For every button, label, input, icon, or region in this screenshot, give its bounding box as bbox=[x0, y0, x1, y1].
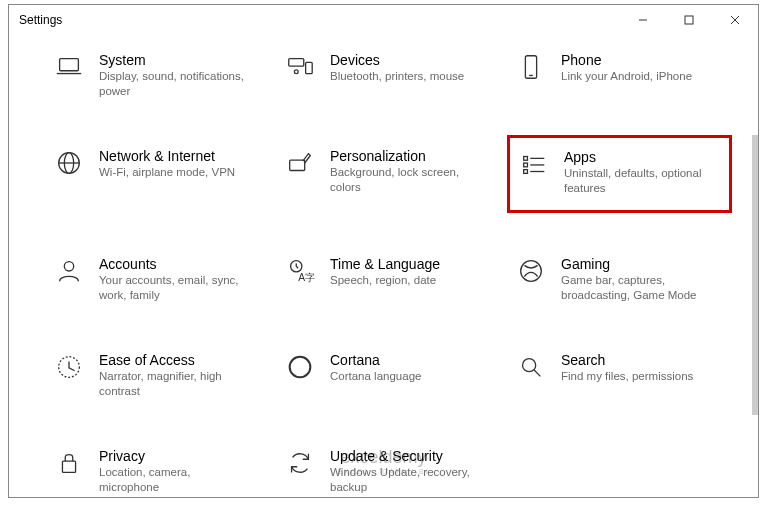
tile-search[interactable]: Search Find my files, permissions bbox=[507, 345, 722, 405]
list-icon bbox=[518, 148, 550, 180]
tile-privacy[interactable]: Privacy Location, camera, microphone bbox=[45, 441, 260, 497]
tile-ease[interactable]: Ease of Access Narrator, magnifier, high… bbox=[45, 345, 260, 405]
person-icon bbox=[53, 255, 85, 287]
tile-desc: Speech, region, date bbox=[330, 273, 440, 288]
tile-title: Accounts bbox=[99, 255, 252, 273]
svg-rect-1 bbox=[685, 16, 693, 24]
xbox-icon bbox=[515, 255, 547, 287]
maximize-button[interactable] bbox=[666, 5, 712, 35]
titlebar: Settings bbox=[9, 5, 758, 35]
svg-point-21 bbox=[64, 262, 73, 271]
svg-point-24 bbox=[521, 261, 542, 282]
laptop-icon bbox=[53, 51, 85, 83]
svg-rect-4 bbox=[60, 59, 79, 71]
tile-cortana[interactable]: Cortana Cortana language bbox=[276, 345, 491, 405]
tile-title: Network & Internet bbox=[99, 147, 235, 165]
svg-rect-14 bbox=[290, 160, 305, 170]
tile-phone[interactable]: Phone Link your Android, iPhone bbox=[507, 45, 722, 105]
tile-system[interactable]: System Display, sound, notifications, po… bbox=[45, 45, 260, 105]
tile-title: Ease of Access bbox=[99, 351, 252, 369]
tile-network[interactable]: Network & Internet Wi-Fi, airplane mode,… bbox=[45, 141, 260, 213]
window-controls bbox=[620, 5, 758, 35]
tile-title: Time & Language bbox=[330, 255, 440, 273]
tile-apps[interactable]: Apps Uninstall, defaults, optional featu… bbox=[507, 135, 732, 213]
tile-title: Privacy bbox=[99, 447, 252, 465]
svg-line-28 bbox=[534, 370, 541, 377]
tile-desc: Location, camera, microphone bbox=[99, 465, 252, 495]
tile-title: Phone bbox=[561, 51, 692, 69]
tile-desc: Cortana language bbox=[330, 369, 421, 384]
window-title: Settings bbox=[19, 13, 62, 27]
sync-icon bbox=[284, 447, 316, 479]
svg-text:A字: A字 bbox=[298, 272, 315, 283]
tile-gaming[interactable]: Gaming Game bar, captures, broadcasting,… bbox=[507, 249, 722, 309]
tile-devices[interactable]: Devices Bluetooth, printers, mouse bbox=[276, 45, 491, 105]
tile-title: Personalization bbox=[330, 147, 483, 165]
globe-icon bbox=[53, 147, 85, 179]
tile-desc: Display, sound, notifications, power bbox=[99, 69, 252, 99]
svg-rect-7 bbox=[306, 62, 313, 73]
tile-desc: Windows Update, recovery, backup bbox=[330, 465, 483, 495]
settings-content: System Display, sound, notifications, po… bbox=[9, 35, 758, 497]
svg-rect-29 bbox=[62, 461, 75, 472]
tile-title: Apps bbox=[564, 148, 719, 166]
svg-rect-16 bbox=[524, 163, 528, 167]
svg-point-27 bbox=[523, 359, 536, 372]
phone-icon bbox=[515, 51, 547, 83]
tile-desc: Your accounts, email, sync, work, family bbox=[99, 273, 252, 303]
svg-rect-17 bbox=[524, 170, 528, 174]
settings-grid: System Display, sound, notifications, po… bbox=[45, 45, 728, 497]
settings-window: Settings System Display, sound, notifica… bbox=[8, 4, 759, 498]
tile-desc: Wi-Fi, airplane mode, VPN bbox=[99, 165, 235, 180]
tile-title: System bbox=[99, 51, 252, 69]
tile-desc: Find my files, permissions bbox=[561, 369, 693, 384]
tile-desc: Background, lock screen, colors bbox=[330, 165, 483, 195]
tile-accounts[interactable]: Accounts Your accounts, email, sync, wor… bbox=[45, 249, 260, 309]
tile-update[interactable]: Update & Security Windows Update, recove… bbox=[276, 441, 491, 497]
tile-title: Devices bbox=[330, 51, 464, 69]
minimize-button[interactable] bbox=[620, 5, 666, 35]
devices-icon bbox=[284, 51, 316, 83]
tile-time[interactable]: A字 Time & Language Speech, region, date bbox=[276, 249, 491, 309]
cortana-icon bbox=[284, 351, 316, 383]
tile-title: Update & Security bbox=[330, 447, 483, 465]
svg-rect-15 bbox=[524, 157, 528, 161]
tile-title: Gaming bbox=[561, 255, 714, 273]
paint-icon bbox=[284, 147, 316, 179]
ease-of-access-icon bbox=[53, 351, 85, 383]
tile-desc: Link your Android, iPhone bbox=[561, 69, 692, 84]
tile-title: Search bbox=[561, 351, 693, 369]
svg-point-8 bbox=[294, 70, 298, 74]
tile-desc: Narrator, magnifier, high contrast bbox=[99, 369, 252, 399]
close-button[interactable] bbox=[712, 5, 758, 35]
scrollbar[interactable] bbox=[752, 135, 758, 415]
time-language-icon: A字 bbox=[284, 255, 316, 287]
tile-desc: Bluetooth, printers, mouse bbox=[330, 69, 464, 84]
svg-point-26 bbox=[290, 357, 311, 378]
search-icon bbox=[515, 351, 547, 383]
svg-rect-6 bbox=[289, 59, 304, 67]
tile-title: Cortana bbox=[330, 351, 421, 369]
tile-personalization[interactable]: Personalization Background, lock screen,… bbox=[276, 141, 491, 213]
tile-desc: Uninstall, defaults, optional features bbox=[564, 166, 719, 196]
empty-cell bbox=[507, 441, 732, 497]
tile-desc: Game bar, captures, broadcasting, Game M… bbox=[561, 273, 714, 303]
lock-icon bbox=[53, 447, 85, 479]
